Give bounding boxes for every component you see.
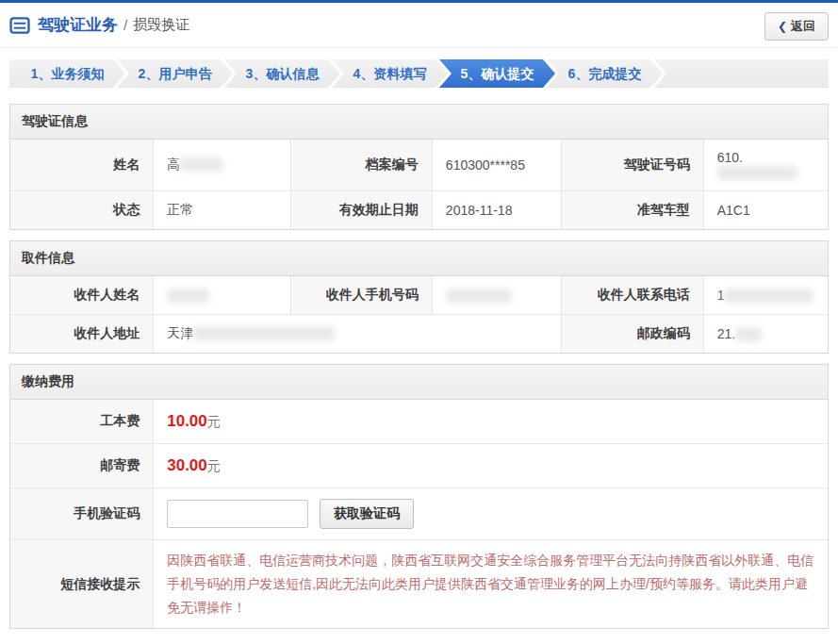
production-fee-value: 10.00元	[154, 400, 828, 444]
page-header: 驾驶证业务 / 损毁换证 ❮返回	[0, 3, 838, 48]
step-4-fill-materials[interactable]: 4、资料填写	[332, 59, 448, 88]
sms-notice-text: 因陕西省联通、电信运营商技术问题，陕西省互联网交通安全综合服务管理平台无法向持陕…	[167, 553, 813, 615]
step-2-user-declaration[interactable]: 2、用户申告	[117, 59, 233, 88]
postage-fee-value: 30.00元	[154, 444, 828, 488]
fee-unit: 元	[207, 414, 221, 429]
recipient-mobile-value	[432, 276, 561, 315]
table-row: 手机验证码 获取验证码	[10, 488, 828, 540]
back-chevron-icon: ❮	[778, 20, 787, 33]
file-number-value: 610300****85	[432, 140, 561, 191]
breadcrumb-current: 损毁换证	[133, 16, 189, 34]
file-number-label: 档案编号	[290, 140, 432, 191]
step-6-complete-submit[interactable]: 6、完成提交	[547, 59, 663, 88]
redacted-value	[446, 289, 512, 303]
table-row: 邮寄费 30.00元	[10, 444, 828, 488]
production-fee-amount: 10.00	[167, 412, 207, 430]
sms-code-label: 手机验证码	[10, 488, 154, 540]
status-value: 正常	[154, 191, 291, 230]
postcode-value: 21.	[703, 315, 828, 354]
table-row: 状态 正常 有效期止日期 2018-11-18 准驾车型 A1C1	[10, 191, 828, 230]
table-row: 收件人地址 天津 邮政编码 21.	[10, 315, 828, 354]
redacted-value	[180, 157, 222, 172]
footer-actions: 上一步 完成	[0, 639, 838, 644]
expiry-date-value: 2018-11-18	[432, 191, 561, 230]
recipient-mobile-label: 收件人手机号码	[290, 276, 432, 315]
sms-notice-cell: 因陕西省联通、电信运营商技术问题，陕西省互联网交通安全综合服务管理平台无法向持陕…	[154, 540, 828, 629]
page: 驾驶证业务 / 损毁换证 ❮返回 1、业务须知 2、用户申告 3、确认信息 4、…	[0, 0, 838, 644]
recipient-address-value: 天津	[154, 315, 562, 354]
name-value: 高	[154, 140, 291, 191]
pickup-info-section: 取件信息 收件人姓名 收件人手机号码 收件人联系电话 1 收件人地址 天津 邮政…	[9, 240, 829, 354]
breadcrumb-separator: /	[123, 17, 127, 33]
table-row: 工本费 10.00元	[10, 400, 828, 444]
redacted-value	[167, 289, 209, 303]
step-1-business-notice[interactable]: 1、业务须知	[9, 59, 125, 88]
redacted-value	[735, 327, 762, 341]
license-info-table: 姓名 高 档案编号 610300****85 驾驶证号码 610. 状态 正常 …	[10, 140, 828, 229]
step-bar-filler	[654, 59, 829, 88]
status-label: 状态	[10, 191, 154, 230]
table-row: 短信接收提示 因陕西省联通、电信运营商技术问题，陕西省互联网交通安全综合服务管理…	[10, 540, 828, 629]
vehicle-class-value: A1C1	[703, 191, 828, 230]
fees-table: 工本费 10.00元 邮寄费 30.00元 手机验证码 获取验证码 短信接收提示…	[10, 400, 828, 628]
get-sms-code-button[interactable]: 获取验证码	[320, 499, 414, 529]
table-row: 姓名 高 档案编号 610300****85 驾驶证号码 610.	[10, 140, 828, 191]
fees-section-title: 缴纳费用	[10, 365, 828, 400]
sms-code-input[interactable]	[167, 500, 308, 528]
recipient-name-label: 收件人姓名	[10, 276, 154, 315]
sms-code-cell: 获取验证码	[154, 488, 828, 540]
redacted-value	[717, 166, 797, 180]
pickup-info-table: 收件人姓名 收件人手机号码 收件人联系电话 1 收件人地址 天津 邮政编码 21…	[10, 276, 828, 353]
postage-fee-amount: 30.00	[167, 456, 207, 474]
step-3-confirm-info[interactable]: 3、确认信息	[224, 59, 340, 88]
step-5-confirm-submit[interactable]: 5、确认提交	[439, 59, 555, 88]
step-wizard: 1、业务须知 2、用户申告 3、确认信息 4、资料填写 5、确认提交 6、完成提…	[9, 59, 829, 88]
license-number-value: 610.	[703, 140, 828, 191]
license-info-section: 驾驶证信息 姓名 高 档案编号 610300****85 驾驶证号码 610. …	[9, 104, 829, 230]
license-section-title: 驾驶证信息	[10, 105, 828, 140]
table-row: 收件人姓名 收件人手机号码 收件人联系电话 1	[10, 276, 828, 315]
fees-section: 缴纳费用 工本费 10.00元 邮寄费 30.00元 手机验证码 获取验证码 短…	[9, 364, 829, 629]
redacted-value	[724, 289, 813, 303]
production-fee-label: 工本费	[10, 400, 154, 444]
expiry-date-label: 有效期止日期	[290, 191, 432, 230]
recipient-phone-value: 1	[703, 276, 828, 315]
recipient-address-label: 收件人地址	[10, 315, 154, 354]
redacted-value	[193, 326, 335, 340]
name-label: 姓名	[10, 140, 154, 191]
back-button-label: 返回	[791, 19, 815, 33]
recipient-phone-label: 收件人联系电话	[561, 276, 703, 315]
recipient-name-value	[154, 276, 291, 315]
license-card-icon	[9, 17, 30, 34]
pickup-section-title: 取件信息	[10, 241, 828, 276]
postage-fee-label: 邮寄费	[10, 444, 154, 488]
sms-notice-label: 短信接收提示	[10, 540, 154, 629]
vehicle-class-label: 准驾车型	[561, 191, 703, 230]
license-number-label: 驾驶证号码	[561, 140, 703, 191]
back-button[interactable]: ❮返回	[764, 12, 829, 41]
fee-unit: 元	[207, 458, 221, 473]
page-title: 驾驶证业务	[38, 14, 118, 36]
postcode-label: 邮政编码	[561, 315, 703, 354]
